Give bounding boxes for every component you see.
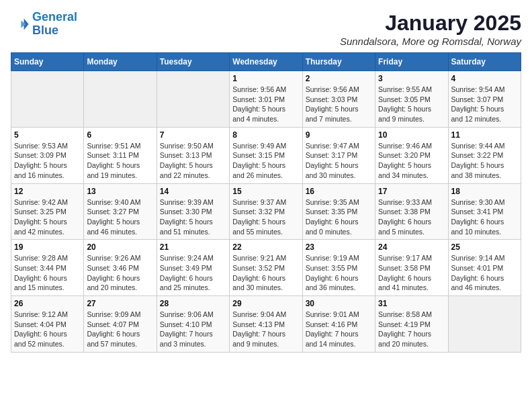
day-number: 7 (160, 130, 226, 140)
day-number: 1 (232, 74, 299, 83)
day-info: Sunrise: 9:51 AM Sunset: 3:11 PM Dayligh… (87, 141, 153, 181)
day-info: Sunrise: 8:58 AM Sunset: 4:19 PM Dayligh… (378, 310, 445, 349)
day-info: Sunrise: 9:28 AM Sunset: 3:44 PM Dayligh… (14, 253, 81, 293)
weekday-header-wednesday: Wednesday (230, 53, 302, 71)
day-info: Sunrise: 9:54 AM Sunset: 3:07 PM Dayligh… (451, 85, 518, 124)
day-number: 3 (378, 74, 445, 83)
logo-icon (11, 15, 30, 34)
day-info: Sunrise: 9:35 AM Sunset: 3:35 PM Dayligh… (306, 197, 372, 237)
day-info: Sunrise: 9:37 AM Sunset: 3:32 PM Dayligh… (232, 197, 299, 237)
day-cell: 9Sunrise: 9:47 AM Sunset: 3:17 PM Daylig… (302, 127, 375, 183)
day-info: Sunrise: 9:09 AM Sunset: 4:07 PM Dayligh… (87, 310, 153, 349)
day-number: 27 (87, 299, 153, 308)
header: General Blue January 2025 Sunndalsora, M… (11, 11, 521, 47)
day-cell: 20Sunrise: 9:26 AM Sunset: 3:46 PM Dayli… (84, 240, 157, 296)
day-number: 5 (14, 130, 81, 140)
day-info: Sunrise: 9:50 AM Sunset: 3:13 PM Dayligh… (160, 141, 226, 181)
logo-line2: Blue (32, 24, 58, 37)
day-cell: 18Sunrise: 9:30 AM Sunset: 3:41 PM Dayli… (448, 183, 521, 240)
weekday-header-friday: Friday (375, 53, 448, 71)
day-cell: 11Sunrise: 9:44 AM Sunset: 3:22 PM Dayli… (448, 127, 521, 183)
day-number: 14 (160, 187, 226, 196)
logo: General Blue (11, 11, 77, 38)
week-row-3: 12Sunrise: 9:42 AM Sunset: 3:25 PM Dayli… (11, 183, 521, 240)
day-cell: 4Sunrise: 9:54 AM Sunset: 3:07 PM Daylig… (448, 71, 521, 128)
day-number: 13 (87, 187, 153, 196)
day-number: 9 (306, 130, 372, 140)
day-cell: 30Sunrise: 9:01 AM Sunset: 4:16 PM Dayli… (302, 296, 375, 353)
day-info: Sunrise: 9:14 AM Sunset: 4:01 PM Dayligh… (451, 253, 518, 293)
day-cell (448, 296, 521, 353)
day-cell (11, 71, 84, 128)
day-info: Sunrise: 9:53 AM Sunset: 3:09 PM Dayligh… (14, 141, 81, 181)
day-number: 26 (14, 299, 81, 308)
day-info: Sunrise: 9:19 AM Sunset: 3:55 PM Dayligh… (306, 253, 372, 293)
day-number: 12 (14, 187, 81, 196)
day-cell: 25Sunrise: 9:14 AM Sunset: 4:01 PM Dayli… (448, 240, 521, 296)
day-number: 24 (378, 242, 445, 252)
day-number: 17 (378, 187, 445, 196)
day-info: Sunrise: 9:17 AM Sunset: 3:58 PM Dayligh… (378, 253, 445, 293)
calendar: SundayMondayTuesdayWednesdayThursdayFrid… (11, 52, 521, 353)
day-cell: 10Sunrise: 9:46 AM Sunset: 3:20 PM Dayli… (375, 127, 448, 183)
title-area: January 2025 Sunndalsora, More og Romsda… (340, 11, 521, 47)
day-number: 11 (451, 130, 518, 140)
day-cell: 1Sunrise: 9:56 AM Sunset: 3:01 PM Daylig… (230, 71, 302, 128)
day-info: Sunrise: 9:55 AM Sunset: 3:05 PM Dayligh… (378, 85, 445, 124)
day-number: 15 (232, 187, 299, 196)
day-info: Sunrise: 9:33 AM Sunset: 3:38 PM Dayligh… (378, 197, 445, 237)
day-cell: 19Sunrise: 9:28 AM Sunset: 3:44 PM Dayli… (11, 240, 84, 296)
day-info: Sunrise: 9:56 AM Sunset: 3:03 PM Dayligh… (306, 85, 372, 124)
day-number: 8 (232, 130, 299, 140)
week-row-4: 19Sunrise: 9:28 AM Sunset: 3:44 PM Dayli… (11, 240, 521, 296)
day-number: 20 (87, 242, 153, 252)
weekday-header-row: SundayMondayTuesdayWednesdayThursdayFrid… (11, 53, 521, 71)
weekday-header-tuesday: Tuesday (157, 53, 229, 71)
day-cell: 8Sunrise: 9:49 AM Sunset: 3:15 PM Daylig… (230, 127, 302, 183)
day-cell: 24Sunrise: 9:17 AM Sunset: 3:58 PM Dayli… (375, 240, 448, 296)
day-cell: 22Sunrise: 9:21 AM Sunset: 3:52 PM Dayli… (230, 240, 302, 296)
day-cell: 27Sunrise: 9:09 AM Sunset: 4:07 PM Dayli… (84, 296, 157, 353)
day-info: Sunrise: 9:44 AM Sunset: 3:22 PM Dayligh… (451, 141, 518, 181)
day-cell: 26Sunrise: 9:12 AM Sunset: 4:04 PM Dayli… (11, 296, 84, 353)
day-info: Sunrise: 9:04 AM Sunset: 4:13 PM Dayligh… (232, 310, 299, 349)
day-cell: 31Sunrise: 8:58 AM Sunset: 4:19 PM Dayli… (375, 296, 448, 353)
day-number: 4 (451, 74, 518, 83)
day-cell (84, 71, 157, 128)
day-info: Sunrise: 9:49 AM Sunset: 3:15 PM Dayligh… (232, 141, 299, 181)
week-row-1: 1Sunrise: 9:56 AM Sunset: 3:01 PM Daylig… (11, 71, 521, 128)
day-cell: 29Sunrise: 9:04 AM Sunset: 4:13 PM Dayli… (230, 296, 302, 353)
day-cell: 17Sunrise: 9:33 AM Sunset: 3:38 PM Dayli… (375, 183, 448, 240)
day-cell: 2Sunrise: 9:56 AM Sunset: 3:03 PM Daylig… (302, 71, 375, 128)
day-cell: 23Sunrise: 9:19 AM Sunset: 3:55 PM Dayli… (302, 240, 375, 296)
day-info: Sunrise: 9:56 AM Sunset: 3:01 PM Dayligh… (232, 85, 299, 124)
day-cell: 5Sunrise: 9:53 AM Sunset: 3:09 PM Daylig… (11, 127, 84, 183)
day-number: 21 (160, 242, 226, 252)
week-row-5: 26Sunrise: 9:12 AM Sunset: 4:04 PM Dayli… (11, 296, 521, 353)
day-number: 19 (14, 242, 81, 252)
day-number: 18 (451, 187, 518, 196)
day-number: 25 (451, 242, 518, 252)
weekday-header-saturday: Saturday (448, 53, 521, 71)
weekday-header-thursday: Thursday (302, 53, 375, 71)
day-cell: 14Sunrise: 9:39 AM Sunset: 3:30 PM Dayli… (157, 183, 229, 240)
day-number: 30 (306, 299, 372, 308)
day-info: Sunrise: 9:40 AM Sunset: 3:27 PM Dayligh… (87, 197, 153, 237)
day-info: Sunrise: 9:21 AM Sunset: 3:52 PM Dayligh… (232, 253, 299, 293)
day-cell: 16Sunrise: 9:35 AM Sunset: 3:35 PM Dayli… (302, 183, 375, 240)
day-number: 28 (160, 299, 226, 308)
day-cell: 28Sunrise: 9:06 AM Sunset: 4:10 PM Dayli… (157, 296, 229, 353)
day-info: Sunrise: 9:46 AM Sunset: 3:20 PM Dayligh… (378, 141, 445, 181)
weekday-header-sunday: Sunday (11, 53, 84, 71)
week-row-2: 5Sunrise: 9:53 AM Sunset: 3:09 PM Daylig… (11, 127, 521, 183)
day-number: 6 (87, 130, 153, 140)
day-number: 29 (232, 299, 299, 308)
day-number: 10 (378, 130, 445, 140)
logo-line1: General (32, 10, 77, 24)
day-info: Sunrise: 9:42 AM Sunset: 3:25 PM Dayligh… (14, 197, 81, 237)
day-info: Sunrise: 9:12 AM Sunset: 4:04 PM Dayligh… (14, 310, 81, 349)
day-info: Sunrise: 9:24 AM Sunset: 3:49 PM Dayligh… (160, 253, 226, 293)
day-cell: 3Sunrise: 9:55 AM Sunset: 3:05 PM Daylig… (375, 71, 448, 128)
weekday-header-monday: Monday (84, 53, 157, 71)
day-cell: 7Sunrise: 9:50 AM Sunset: 3:13 PM Daylig… (157, 127, 229, 183)
